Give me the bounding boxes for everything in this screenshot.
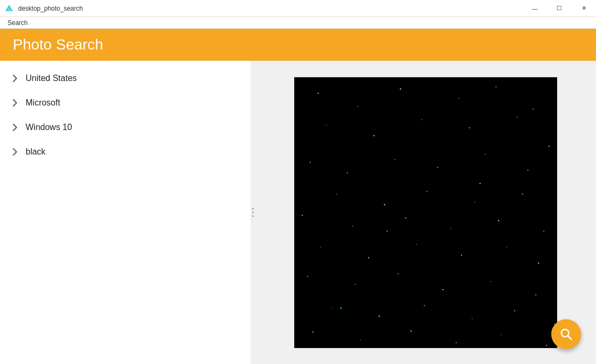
chevron-right-icon [11, 123, 19, 132]
sidebar-item-label: Microsoft [26, 98, 60, 108]
main-content: United States Microsoft Windows 10 [0, 61, 596, 364]
svg-point-7 [495, 86, 496, 87]
svg-point-19 [485, 153, 486, 155]
svg-point-53 [455, 342, 456, 343]
svg-line-61 [568, 336, 572, 340]
svg-point-18 [437, 167, 438, 168]
svg-point-25 [522, 193, 523, 195]
svg-point-33 [368, 257, 369, 258]
svg-point-22 [384, 204, 385, 205]
sidebar-item-label: Windows 10 [26, 123, 72, 132]
svg-point-28 [405, 217, 406, 218]
svg-point-34 [416, 244, 417, 245]
chevron-right-icon [11, 74, 19, 83]
menubar: Search [0, 17, 596, 29]
svg-point-46 [424, 305, 425, 306]
svg-point-10 [373, 135, 374, 136]
sidebar-item-microsoft[interactable]: Microsoft [0, 91, 251, 115]
svg-point-23 [426, 191, 428, 192]
svg-point-30 [498, 220, 499, 221]
svg-point-44 [331, 308, 332, 308]
minimize-button[interactable]: — [522, 0, 547, 17]
svg-point-35 [461, 254, 462, 255]
svg-point-36 [506, 247, 506, 247]
search-icon [559, 327, 573, 341]
app-title: Photo Search [13, 36, 103, 53]
app-header: Photo Search [0, 29, 596, 61]
divider-dot [252, 212, 254, 213]
svg-point-47 [471, 318, 472, 319]
svg-point-29 [450, 228, 451, 229]
sidebar: United States Microsoft Windows 10 [0, 61, 251, 364]
svg-point-9 [326, 125, 326, 125]
svg-point-27 [352, 225, 353, 227]
svg-point-16 [347, 172, 348, 173]
app-icon [4, 4, 14, 13]
svg-point-54 [501, 334, 501, 335]
window-controls: — ☐ ✕ [522, 0, 596, 17]
photo-area [255, 61, 596, 364]
svg-point-21 [336, 193, 337, 194]
svg-point-37 [537, 262, 538, 263]
resize-divider[interactable] [251, 61, 255, 364]
svg-point-26 [301, 214, 302, 215]
photo-container [294, 77, 558, 349]
photo-image [294, 77, 557, 348]
svg-point-13 [517, 117, 517, 117]
svg-point-59 [479, 183, 480, 184]
svg-point-11 [421, 119, 422, 120]
svg-point-48 [514, 310, 515, 311]
window-title: desktop_photo_search [18, 5, 83, 12]
sidebar-item-black[interactable]: black [0, 140, 251, 164]
maximize-button[interactable]: ☐ [547, 0, 571, 17]
chevron-right-icon [11, 148, 19, 156]
divider-dot [252, 215, 254, 217]
svg-point-5 [399, 88, 400, 89]
svg-point-15 [309, 161, 310, 163]
svg-point-32 [320, 247, 321, 247]
sidebar-item-windows10[interactable]: Windows 10 [0, 115, 251, 140]
sidebar-item-united-states[interactable]: United States [0, 66, 251, 91]
svg-point-39 [355, 284, 355, 284]
svg-point-41 [442, 289, 443, 290]
svg-point-40 [397, 273, 398, 274]
svg-point-51 [360, 339, 360, 340]
menu-item-search[interactable]: Search [4, 17, 31, 29]
svg-point-3 [317, 92, 318, 93]
svg-point-6 [458, 98, 459, 99]
close-button[interactable]: ✕ [571, 0, 596, 17]
svg-point-56 [340, 307, 342, 309]
divider-dot [252, 208, 254, 209]
svg-rect-2 [294, 77, 557, 348]
svg-point-14 [548, 145, 549, 147]
titlebar: desktop_photo_search — ☐ ✕ [0, 0, 596, 17]
svg-point-42 [490, 281, 491, 282]
svg-point-38 [307, 276, 308, 277]
sidebar-item-label: United States [26, 74, 77, 83]
svg-point-24 [474, 201, 474, 202]
svg-point-31 [543, 230, 544, 231]
svg-point-17 [394, 159, 395, 159]
svg-point-45 [378, 316, 380, 317]
svg-point-20 [527, 169, 528, 171]
svg-point-55 [545, 344, 546, 345]
titlebar-left: desktop_photo_search [4, 4, 83, 13]
svg-point-57 [386, 230, 388, 232]
svg-point-43 [535, 294, 536, 295]
svg-point-50 [312, 331, 313, 333]
svg-point-12 [469, 127, 470, 128]
fab-search-button[interactable] [551, 319, 581, 349]
svg-point-52 [410, 330, 411, 331]
svg-point-8 [533, 108, 534, 109]
sidebar-item-label: black [26, 147, 45, 157]
chevron-right-icon [11, 99, 19, 107]
svg-point-4 [357, 106, 358, 107]
